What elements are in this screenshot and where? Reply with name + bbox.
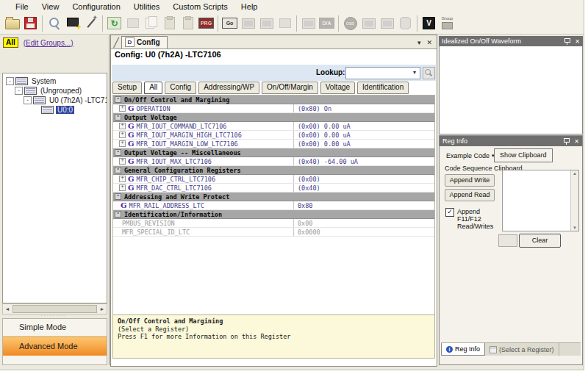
expand-icon[interactable]	[119, 132, 126, 138]
register-row-operation[interactable]: GOPERATION(0x80) On	[113, 104, 434, 113]
menu-help[interactable]: Help	[234, 1, 265, 12]
tab-reg-info[interactable]: Reg Info	[441, 343, 485, 356]
register-value[interactable]: 0x0000	[293, 228, 434, 236]
scroll-right-icon[interactable]: ►	[98, 306, 107, 312]
register-row-mfr-chip-ctrl-ltc7106[interactable]: GMFR_CHIP_CTRL_LTC7106(0x00)	[113, 175, 434, 184]
register-row-mfr-rail-address-ltc[interactable]: GMFR_RAIL_ADDRESS_LTC0x80	[113, 201, 434, 210]
store-ram-to-nvm-icon[interactable]	[360, 15, 377, 32]
register-row-mfr-iout-margin-high-ltc7106[interactable]: GMFR_IOUT_MARGIN_HIGH_LTC7106(0x00) 0.00…	[113, 131, 434, 140]
pin-icon[interactable]	[564, 37, 570, 45]
collapse-icon[interactable]	[115, 211, 121, 217]
wizard-icon[interactable]	[82, 15, 99, 32]
register-row-mfr-dac-ctrl-ltc7106[interactable]: GMFR_DAC_CTRL_LTC7106(0x40)	[113, 184, 434, 193]
group-icon[interactable]: Group	[439, 15, 456, 32]
scroll-up-icon[interactable]: ▲	[573, 171, 577, 176]
verify-icon[interactable]: V	[420, 15, 437, 32]
prg-icon[interactable]: PRG	[198, 15, 215, 32]
textarea-scrollbar[interactable]: ▲ ▼	[570, 170, 578, 231]
tab-setup[interactable]: Setup	[112, 82, 142, 94]
register-value[interactable]: (0x40) -64.00 uA	[293, 157, 434, 165]
menu-utilities[interactable]: Utilities	[127, 1, 166, 12]
register-section-header[interactable]: Output Voltage	[113, 113, 434, 122]
register-row-mfr-special-id-ltc[interactable]: MFR_SPECIAL_ID_LTC0x0000	[113, 228, 434, 237]
expand-icon[interactable]	[119, 176, 126, 182]
chevron-down-icon[interactable]: ▾	[410, 68, 419, 77]
tab-on-off-margin[interactable]: On/Off/Margin	[262, 82, 318, 94]
register-section-header[interactable]: Addressing and Write Protect	[113, 193, 434, 201]
menu-file[interactable]: File	[9, 1, 35, 12]
simple-mode-button[interactable]: Simple Mode	[3, 319, 107, 337]
tab-identification[interactable]: Identification	[357, 82, 409, 94]
refresh-icon[interactable]	[106, 15, 123, 32]
clear-button[interactable]: Clear	[519, 234, 561, 248]
tab-all[interactable]: All	[144, 82, 162, 94]
pc-to-ram-icon[interactable]	[240, 15, 257, 32]
show-clipboard-button[interactable]: Show Clipboard	[494, 148, 553, 162]
collapse-icon[interactable]	[24, 96, 32, 104]
tab-config[interactable]: Config	[165, 82, 196, 94]
tab-list-dropdown-icon[interactable]: ▾	[417, 39, 421, 46]
collapse-icon[interactable]	[115, 149, 121, 156]
zoom-icon[interactable]	[46, 15, 62, 32]
close-icon[interactable]: ✕	[575, 38, 580, 45]
edit-groups-link[interactable]: (Edit Groups...)	[24, 39, 74, 47]
tree-item-device-u0[interactable]: U0 (7h2A) -LTC7106	[3, 96, 107, 105]
register-value[interactable]: (0x00) 0.00 uA	[293, 140, 434, 148]
code-sequence-textarea[interactable]: ▲ ▼	[502, 170, 579, 231]
tree-item-ungrouped[interactable]: (Ungrouped)	[3, 86, 107, 96]
save-icon[interactable]	[22, 15, 39, 32]
scrollbar-thumb[interactable]	[12, 305, 97, 313]
register-row-pmbus-revision[interactable]: PMBUS_REVISION0x00	[113, 219, 434, 228]
append-write-button[interactable]: Append Write	[445, 174, 495, 187]
menu-view[interactable]: View	[35, 1, 66, 12]
collapse-icon[interactable]	[115, 96, 121, 103]
open-file-icon[interactable]	[4, 15, 21, 32]
paste-special-icon[interactable]	[179, 15, 196, 32]
collapse-icon[interactable]	[115, 114, 121, 121]
register-value[interactable]: (0x80) On	[293, 104, 434, 112]
menu-custom-scripts[interactable]: Custom Scripts	[166, 1, 234, 12]
paste-icon[interactable]	[161, 15, 178, 32]
tab-select-a-register[interactable]: (Select a Register)	[485, 343, 559, 356]
osd-icon[interactable]: OSD	[342, 15, 359, 32]
register-value[interactable]: (0x00) 0.00 uA	[293, 122, 434, 130]
register-section-header[interactable]: Output Voltage -- Miscellaneous	[113, 148, 434, 157]
collapse-icon[interactable]	[6, 77, 14, 85]
pin-icon[interactable]	[563, 137, 570, 145]
dac-icon[interactable]: D/A	[318, 15, 335, 32]
collapse-icon[interactable]	[115, 193, 121, 200]
checkbox-checked-icon[interactable]	[445, 208, 454, 217]
restore-nvm-to-ram-icon[interactable]	[379, 15, 395, 32]
unlabeled-button[interactable]	[498, 234, 517, 247]
expand-icon[interactable]	[119, 158, 126, 165]
tab-voltage[interactable]: Voltage	[320, 82, 355, 94]
tree-item-system[interactable]: System	[3, 76, 107, 86]
nvm-icon[interactable]	[397, 15, 414, 32]
register-value[interactable]: (0x40)	[293, 184, 434, 192]
all-filter-badge[interactable]: All	[3, 37, 18, 48]
collapse-icon[interactable]	[15, 87, 23, 95]
config-document-tab[interactable]: D Config	[121, 36, 168, 48]
expand-icon[interactable]	[119, 123, 126, 129]
register-section-header[interactable]: On/Off Control and Margining	[113, 96, 434, 104]
tree-item-rail-selected[interactable]: U0:0	[3, 105, 107, 115]
register-value[interactable]: 0x00	[293, 219, 434, 227]
close-tab-icon[interactable]: ✕	[426, 39, 432, 46]
register-section-header[interactable]: General Configuration Registers	[113, 166, 434, 175]
append-read-button[interactable]: Append Read	[445, 189, 495, 201]
collapse-icon[interactable]	[115, 167, 121, 173]
tab-addressing-wp[interactable]: Addressing/WP	[198, 82, 259, 94]
go-icon[interactable]: Go	[221, 15, 238, 32]
close-icon[interactable]: ✕	[574, 138, 579, 145]
advanced-mode-button[interactable]: Advanced Mode	[3, 337, 107, 356]
register-row-mfr-iout-max-ltc7106[interactable]: GMFR_IOUT_MAX_LTC7106(0x40) -64.00 uA	[113, 157, 434, 166]
scroll-left-icon[interactable]: ◄	[3, 306, 12, 312]
example-code-dropdown[interactable]: Example Code ▾	[443, 150, 498, 161]
lookup-combobox[interactable]: ▾	[345, 67, 420, 79]
menu-configuration[interactable]: Configuration	[65, 1, 126, 12]
sidebar-splitter[interactable]: ·········	[2, 313, 106, 317]
expand-icon[interactable]	[119, 140, 126, 147]
ram-to-pc-icon[interactable]	[258, 15, 275, 32]
register-row-mfr-iout-margin-low-ltc7106[interactable]: GMFR_IOUT_MARGIN_LOW_LTC7106(0x00) 0.00 …	[113, 140, 434, 148]
scroll-down-icon[interactable]: ▼	[573, 226, 577, 230]
